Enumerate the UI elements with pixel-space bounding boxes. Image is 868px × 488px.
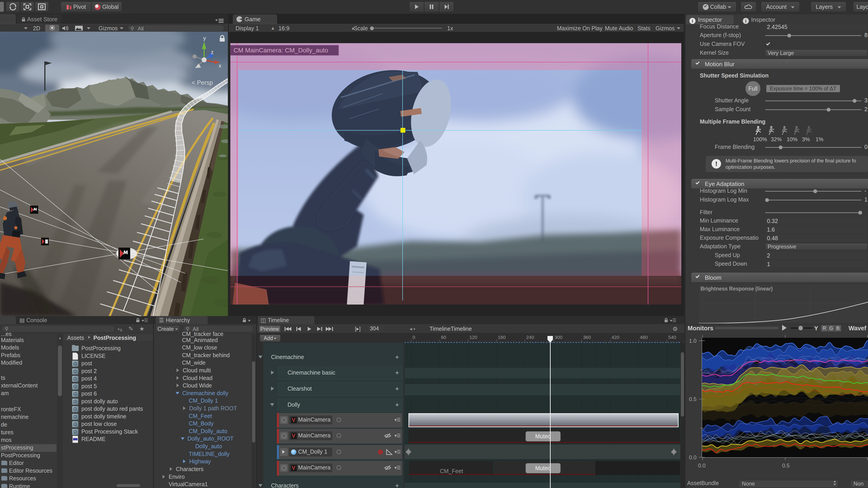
svg-text:None: None — [742, 481, 755, 487]
svg-text:z: z — [211, 49, 214, 55]
svg-text:Non: Non — [854, 481, 864, 487]
svg-text:0.0: 0.0 — [698, 462, 706, 468]
svg-text:AssetBundle: AssetBundle — [687, 480, 719, 486]
svg-text:y: y — [203, 35, 206, 41]
svg-text:0.5: 0.5 — [689, 396, 696, 402]
svg-text:˂ Persp: ˂ Persp — [192, 79, 213, 86]
svg-text:x: x — [219, 63, 221, 69]
svg-text:0.0: 0.0 — [689, 454, 696, 460]
svg-text:1.0: 1.0 — [689, 338, 696, 344]
svg-text:CM MainCamera: CM_Dolly_auto: CM MainCamera: CM_Dolly_auto — [234, 47, 328, 54]
svg-text:0.5: 0.5 — [782, 462, 789, 468]
